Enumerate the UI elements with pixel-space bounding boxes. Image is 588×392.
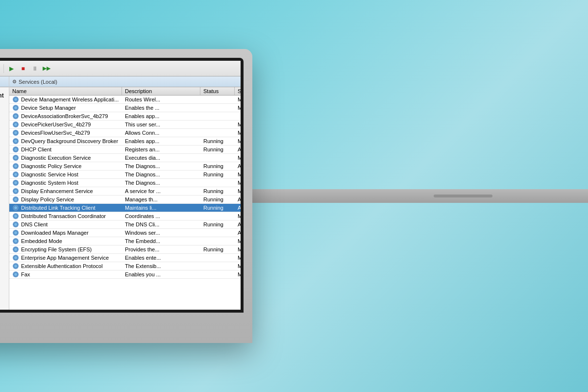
service-name: DevicePickerUserSvc_4b279 [21,122,91,127]
service-name: Fax [21,271,30,277]
toolbar: ◄ ► ⊞ 📋 🔒 📄 ? ▶ ■ ⏸ ▶▶ [0,61,241,76]
table-row[interactable]: DNS ClientThe DNS Cli...RunningAutomatic [9,220,241,229]
table-row[interactable]: Display Policy ServiceManages th...Runni… [9,196,241,204]
service-startup-cell: Manual [235,129,241,137]
col-status[interactable]: Status [200,87,235,95]
service-startup-cell: Manual (Tr [235,104,241,112]
service-status-cell [200,229,235,237]
service-desc-cell: The Embedd... [122,237,200,245]
desc-label: Description: [0,125,5,131]
service-rows: Device Management Wireless Applicati...R… [9,96,241,279]
service-status-cell: Running [200,204,235,212]
service-name: Diagnostic System Host [21,180,78,186]
col-desc[interactable]: Description [122,87,200,95]
table-row[interactable]: Enterprise App Management ServiceEnables… [9,254,241,262]
service-name-cell: DevicePickerUserSvc_4b279 [9,121,122,128]
table-row[interactable]: Extensible Authentication ProtocolThe Ex… [9,262,241,270]
table-row[interactable]: DHCP ClientRegisters an...RunningAutomat… [9,146,241,154]
service-icon [12,146,19,153]
service-icon [12,154,19,161]
table-header: Name Description Status Startup Typ [9,87,241,96]
service-name-cell: DevQuery Background Discovery Broker [9,137,122,145]
service-title: Distributed Link Tracking Client [0,92,5,100]
service-name: DNS Client [21,221,48,227]
service-icon [12,138,19,145]
left-panel-header: ⚙ Services (Local) [0,76,9,87]
table-row[interactable]: DeviceAssociationBrokerSvc_4b279Enables … [9,112,241,121]
stop-button[interactable]: ■ [18,63,28,74]
table-row[interactable]: Diagnostic Execution ServiceExecutes dia… [9,154,241,162]
table-row[interactable]: Device Setup ManagerEnables the ...Manua… [9,104,241,112]
service-status-cell [200,112,235,120]
pause-button[interactable]: ⏸ [29,63,40,74]
stop-link[interactable]: Stop the service [0,106,5,112]
service-startup-cell: Automatic [235,204,241,212]
table-row[interactable]: Downloaded Maps ManagerWindows ser...Aut… [9,229,241,237]
table-row[interactable]: Diagnostic Service HostThe Diagnos...Run… [9,171,241,179]
service-name-cell: Distributed Link Tracking Client [9,204,122,212]
service-name: DeviceAssociationBrokerSvc_4b279 [21,113,108,119]
service-name: Downloaded Maps Manager [21,230,89,236]
col-startup[interactable]: Startup Typ [235,87,241,95]
service-icon [12,254,19,261]
screen: ◄ ► ⊞ 📋 🔒 📄 ? ▶ ■ ⏸ ▶▶ ⚙ [0,61,241,310]
service-desc-cell: Enables app... [122,137,200,145]
service-icon [12,221,19,228]
service-startup-cell: Manual [235,154,241,162]
service-name-cell: Downloaded Maps Manager [9,229,122,237]
service-name-cell: Diagnostic Execution Service [9,154,122,162]
service-icon [12,121,19,128]
service-name: DHCP Client [21,147,51,152]
table-row[interactable]: FaxEnables you ...Manual [9,270,241,279]
service-name-cell: Diagnostic Service Host [9,171,122,178]
service-status-cell: Running [200,162,235,170]
table-row[interactable]: Distributed Link Tracking ClientMaintain… [9,204,241,212]
service-status-cell: Running [200,220,235,228]
service-icon [12,179,19,186]
service-name-cell: Encrypting File System (EFS) [9,245,122,253]
service-desc-cell: Enables app... [122,112,200,120]
service-desc-cell: The DNS Cli... [122,220,200,228]
table-row[interactable]: Distributed Transaction CoordinatorCoord… [9,212,241,220]
services-table: Name Description Status Startup Typ Devi… [9,87,241,310]
service-name: Device Setup Manager [21,105,76,111]
service-startup-cell: Manual [235,212,241,220]
service-name-cell: DeviceAssociationBrokerSvc_4b279 [9,112,122,120]
service-status-cell: Running [200,245,235,253]
service-startup-cell: Manual [235,270,241,278]
table-row[interactable]: DevicePickerUserSvc_4b279This user ser..… [9,121,241,129]
table-row[interactable]: Diagnostic Policy ServiceThe Diagnos...R… [9,162,241,171]
restart-button[interactable]: ▶▶ [41,63,52,74]
service-name: Distributed Link Tracking Client [21,205,96,211]
service-name: Encrypting File System (EFS) [21,246,92,252]
table-row[interactable]: DevQuery Background Discovery BrokerEnab… [9,137,241,146]
play-button[interactable]: ▶ [6,63,17,74]
service-desc-cell: Enables ente... [122,254,200,262]
service-name-cell: Display Policy Service [9,196,122,203]
table-row[interactable]: Display Enhancement ServiceA service for… [9,187,241,196]
service-desc-cell: The Diagnos... [122,179,200,187]
service-startup-cell: Automatic [235,162,241,170]
service-icon [12,113,19,120]
service-startup-cell: Manual [235,121,241,128]
service-icon [12,163,19,170]
service-name-cell: Enterprise App Management Service [9,254,122,262]
table-row[interactable]: Embedded ModeThe Embedd...Manual (Tr [9,237,241,245]
col-name[interactable]: Name [9,87,122,95]
service-startup-cell: Automatic [235,220,241,228]
help-button[interactable]: ? [0,63,1,74]
service-name: Device Management Wireless Applicati... [21,97,119,102]
service-name-cell: DevicesFlowUserSvc_4b279 [9,129,122,137]
service-icon [12,263,19,270]
table-row[interactable]: Encrypting File System (EFS)Provides the… [9,245,241,254]
restart-link[interactable]: Restart the service [0,113,5,119]
service-name: Diagnostic Policy Service [21,163,82,169]
table-row[interactable]: Diagnostic System HostThe Diagnos...Manu… [9,179,241,187]
table-row[interactable]: DevicesFlowUserSvc_4b279Allows Conn...Ma… [9,129,241,137]
service-name: Diagnostic Execution Service [21,155,91,161]
service-desc-cell: Coordinates ... [122,212,200,220]
table-row[interactable]: Device Management Wireless Applicati...R… [9,96,241,104]
service-startup-cell: Manual (Tr [235,245,241,253]
service-name-cell: Diagnostic Policy Service [9,162,122,170]
service-startup-cell: Manual [235,179,241,187]
